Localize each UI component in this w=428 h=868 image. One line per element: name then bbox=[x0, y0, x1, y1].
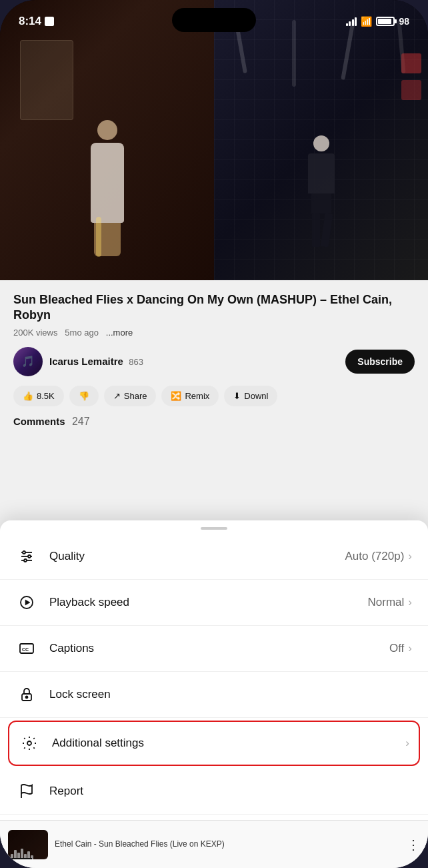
remix-button[interactable]: 🔀 Remix bbox=[161, 386, 219, 406]
mini-thumbnail bbox=[8, 830, 48, 859]
menu-item-lock-screen[interactable]: Lock screen bbox=[0, 672, 428, 718]
quality-label: Quality bbox=[49, 550, 345, 563]
menu-item-playback-speed[interactable]: Playback speed Normal › bbox=[0, 580, 428, 626]
svg-point-12 bbox=[27, 741, 31, 745]
channel-subscribers: 863 bbox=[129, 357, 143, 367]
additional-settings-chevron: › bbox=[405, 737, 409, 750]
video-player[interactable] bbox=[0, 0, 428, 280]
comments-header[interactable]: Comments 247 bbox=[13, 416, 415, 428]
bg-light-2 bbox=[401, 80, 421, 100]
channel-info: Icarus Lemaitre 863 bbox=[49, 356, 143, 368]
time-ago: 5mo ago bbox=[65, 328, 99, 338]
remix-label: Remix bbox=[185, 391, 209, 401]
playback-speed-label: Playback speed bbox=[49, 596, 368, 609]
download-label: Downl bbox=[244, 391, 268, 401]
additional-settings-label: Additional settings bbox=[52, 737, 405, 750]
lock-icon bbox=[16, 684, 37, 705]
wifi-icon: 📶 bbox=[361, 16, 372, 27]
svg-text:CC: CC bbox=[22, 647, 29, 652]
quality-value: Auto (720p) bbox=[345, 550, 404, 563]
recording-icon: ▣ bbox=[45, 17, 54, 26]
mini-player[interactable]: Ethel Cain - Sun Bleached Flies (Live on… bbox=[0, 820, 428, 868]
comments-label: Comments bbox=[13, 416, 65, 427]
action-row: 👍 8.5K 👎 ↗ Share 🔀 Remix ⬇ Downl bbox=[13, 386, 415, 406]
mini-progress-bar bbox=[8, 858, 32, 859]
flag-icon bbox=[16, 781, 37, 802]
performer bbox=[308, 135, 335, 247]
quality-chevron: › bbox=[408, 550, 412, 563]
settings-icon bbox=[19, 733, 40, 754]
video-left-panel bbox=[0, 0, 214, 280]
video-title: Sun Bleached Flies x Dancing On My Own (… bbox=[13, 292, 415, 324]
share-icon: ↗ bbox=[113, 391, 121, 401]
menu-item-report[interactable]: Report bbox=[0, 769, 428, 815]
video-info: Sun Bleached Flies x Dancing On My Own (… bbox=[0, 280, 428, 436]
mini-more-button[interactable]: ⋮ bbox=[407, 837, 420, 853]
signal-bar-4 bbox=[355, 17, 357, 26]
battery-icon bbox=[376, 17, 395, 26]
more-button[interactable]: ...more bbox=[106, 328, 133, 338]
svg-marker-7 bbox=[25, 600, 30, 605]
svg-point-11 bbox=[26, 697, 28, 699]
dislike-button[interactable]: 👎 bbox=[69, 386, 99, 406]
report-label: Report bbox=[49, 785, 412, 798]
video-right-panel bbox=[214, 0, 428, 280]
time-display: 8:14 bbox=[19, 15, 41, 28]
menu-item-additional-settings[interactable]: Additional settings › bbox=[8, 721, 420, 766]
sliders-icon bbox=[16, 546, 37, 567]
candle bbox=[96, 217, 101, 257]
thumb-overlay bbox=[8, 830, 48, 859]
captions-value: Off bbox=[389, 642, 404, 655]
battery-percent: 98 bbox=[399, 16, 409, 27]
battery-box bbox=[376, 17, 395, 26]
svg-point-5 bbox=[24, 559, 27, 562]
channel-row: 🎵 Icarus Lemaitre 863 Subscribe bbox=[13, 347, 415, 376]
subscribe-button[interactable]: Subscribe bbox=[345, 350, 415, 374]
view-count: 200K views bbox=[13, 328, 57, 338]
captions-label: Captions bbox=[49, 642, 389, 655]
like-count: 8.5K bbox=[37, 391, 55, 401]
mini-player-title: Ethel Cain - Sun Bleached Flies (Live on… bbox=[55, 839, 400, 850]
channel-name[interactable]: Icarus Lemaitre bbox=[49, 356, 123, 367]
thumbs-up-icon: 👍 bbox=[23, 391, 33, 401]
lock-screen-label: Lock screen bbox=[49, 688, 412, 701]
menu-item-quality[interactable]: Quality Auto (720p) › bbox=[0, 534, 428, 580]
playback-speed-chevron: › bbox=[408, 596, 412, 609]
channel-avatar[interactable]: 🎵 bbox=[13, 347, 43, 376]
svg-point-3 bbox=[23, 551, 25, 554]
status-time: 8:14 ▣ bbox=[19, 15, 54, 28]
signal-bars-icon bbox=[346, 17, 357, 26]
painting-frame bbox=[20, 40, 73, 120]
menu-item-captions[interactable]: CC Captions Off › bbox=[0, 626, 428, 672]
signal-bar-3 bbox=[352, 19, 354, 26]
thumbs-down-icon: 👎 bbox=[79, 391, 89, 401]
remix-icon: 🔀 bbox=[171, 391, 181, 401]
bg-light-1 bbox=[401, 53, 421, 73]
dynamic-island bbox=[172, 8, 256, 32]
download-icon: ⬇ bbox=[233, 391, 241, 401]
signal-bar-2 bbox=[349, 21, 351, 26]
like-button[interactable]: 👍 8.5K bbox=[13, 386, 64, 406]
phone-frame: 8:14 ▣ 📶 98 bbox=[0, 0, 428, 868]
captions-chevron: › bbox=[408, 642, 412, 655]
playback-speed-value: Normal bbox=[368, 596, 405, 609]
sheet-handle bbox=[201, 527, 227, 530]
avatar-inner: 🎵 bbox=[13, 347, 43, 376]
comments-count: 247 bbox=[72, 416, 90, 427]
video-meta: 200K views 5mo ago ...more bbox=[13, 328, 415, 338]
content-area: Sun Bleached Flies x Dancing On My Own (… bbox=[0, 280, 428, 868]
download-button[interactable]: ⬇ Downl bbox=[224, 386, 277, 406]
cc-icon: CC bbox=[16, 638, 37, 659]
svg-point-4 bbox=[28, 555, 31, 558]
figure-silhouette bbox=[81, 120, 134, 254]
share-label: Share bbox=[124, 391, 147, 401]
play-circle-icon bbox=[16, 592, 37, 613]
bottom-sheet: Quality Auto (720p) › Playback speed Nor… bbox=[0, 520, 428, 868]
battery-fill bbox=[378, 19, 391, 24]
signal-bar-1 bbox=[346, 23, 348, 26]
status-icons: 📶 98 bbox=[346, 16, 409, 27]
share-button[interactable]: ↗ Share bbox=[104, 386, 157, 406]
